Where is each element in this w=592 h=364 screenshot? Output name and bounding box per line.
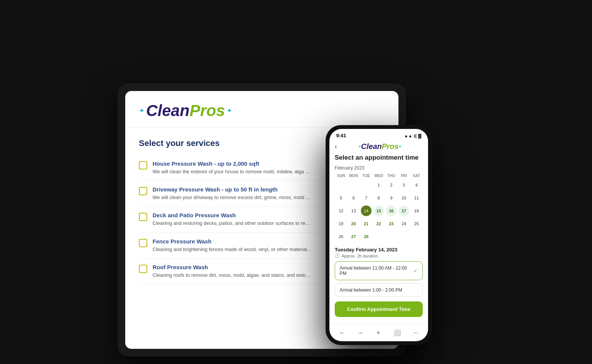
cal-header-fri: FRI xyxy=(398,173,410,179)
phone-brand-pros: Pros xyxy=(382,142,398,151)
more-nav-button[interactable]: ··· xyxy=(410,328,421,338)
sparkle-right-icon: ✦ xyxy=(227,107,232,115)
calendar-day xyxy=(360,179,372,191)
service-checkbox-1[interactable] xyxy=(139,161,147,169)
phone-brand-name: CleanPros xyxy=(361,142,399,151)
calendar-day[interactable]: 25 xyxy=(410,217,423,230)
calendar-day xyxy=(385,230,398,243)
calendar-day[interactable]: 3 xyxy=(398,179,410,191)
tablet-header: ✦ CleanPros ✦ xyxy=(125,91,398,128)
calendar-day xyxy=(398,230,410,243)
phone-body: Select an appointment time February 2023… xyxy=(329,154,428,324)
cal-header-wed: WED xyxy=(372,173,385,179)
calendar-day xyxy=(410,230,423,243)
calendar-day[interactable]: 23 xyxy=(385,217,398,230)
appt-duration: 🕐 Approx. 2h duration xyxy=(335,253,423,258)
calendar-day[interactable]: 14 xyxy=(360,204,372,217)
phone-brand-logo: ✦ CleanPros ✦ xyxy=(337,142,423,151)
phone-sparkle-left-icon: ✦ xyxy=(358,144,361,149)
calendar-day[interactable]: 11 xyxy=(410,191,423,204)
service-desc-3: Cleaning and restoring decks, patios, an… xyxy=(153,220,312,227)
tabs-nav-button[interactable]: ⬜ xyxy=(390,328,404,338)
calendar-day[interactable]: 13 xyxy=(347,204,360,217)
phone-screen: 9:41 ▲▲ (( ▓ ‹ ✦ CleanPros ✦ Select an a… xyxy=(329,129,428,341)
appt-section-title: Select an appointment time xyxy=(335,154,423,162)
sparkle-left-icon: ✦ xyxy=(139,107,145,115)
calendar-day[interactable]: 18 xyxy=(410,204,423,217)
calendar-day[interactable]: 2 xyxy=(385,179,398,191)
service-desc-2: We will clean your driveway to remove ex… xyxy=(153,194,312,201)
calendar-day[interactable]: 5 xyxy=(335,191,347,204)
calendar-month: February 2023 xyxy=(335,165,423,171)
calendar-day[interactable]: 12 xyxy=(335,204,347,217)
calendar-day[interactable]: 16 xyxy=(385,204,398,217)
cal-header-thu: THU xyxy=(385,173,398,179)
wifi-icon: (( xyxy=(414,133,417,138)
calendar-day[interactable]: 17 xyxy=(398,204,410,217)
signal-icon: ▲▲ xyxy=(404,133,413,138)
calendar-day[interactable]: 26 xyxy=(335,230,347,243)
time-slot-2[interactable]: Arrival between 1:00 - 2:00 PM xyxy=(335,283,423,297)
calendar-day[interactable]: 22 xyxy=(372,217,385,230)
phone-brand-clean: Clean xyxy=(361,142,382,151)
calendar-day[interactable]: 7 xyxy=(360,191,372,204)
phone-nav: ‹ ✦ CleanPros ✦ xyxy=(329,140,428,154)
cal-header-sun: SUN xyxy=(335,173,347,179)
calendar-grid: SUN MON TUE WED THU FRI SAT 123456789101… xyxy=(335,173,423,243)
phone-sparkle-right-icon: ✦ xyxy=(398,144,401,149)
status-bar: 9:41 ▲▲ (( ▓ xyxy=(329,129,428,140)
service-checkbox-5[interactable] xyxy=(139,265,147,273)
duration-text: Approx. 2h duration xyxy=(342,254,378,258)
cal-header-sat: SAT xyxy=(410,173,423,179)
calendar-day[interactable]: 1 xyxy=(372,179,385,191)
time-slot-1-label: Arrival between 11:00 AM - 12:00 PM xyxy=(340,265,413,276)
time-slot-1[interactable]: Arrival between 11:00 AM - 12:00 PM ✓ xyxy=(335,261,423,280)
calendar-day[interactable]: 9 xyxy=(385,191,398,204)
calendar-day[interactable]: 10 xyxy=(398,191,410,204)
service-checkbox-4[interactable] xyxy=(139,239,147,247)
service-checkbox-2[interactable] xyxy=(139,187,147,195)
time-slot-2-label: Arrival between 1:00 - 2:00 PM xyxy=(340,287,402,293)
calendar-day[interactable]: 19 xyxy=(335,217,347,230)
back-nav-button[interactable]: ← xyxy=(336,328,348,338)
cal-header-mon: MON xyxy=(347,173,360,179)
calendar-day[interactable]: 28 xyxy=(360,230,372,243)
calendar-day[interactable]: 4 xyxy=(410,179,423,191)
cal-header-tue: TUE xyxy=(360,173,372,179)
forward-nav-button[interactable]: → xyxy=(354,328,367,338)
status-icons: ▲▲ (( ▓ xyxy=(404,133,421,138)
battery-icon: ▓ xyxy=(418,133,421,138)
appt-date-info: Tuesday February 14, 2023 🕐 Approx. 2h d… xyxy=(335,247,423,258)
calendar-day[interactable]: 20 xyxy=(347,217,360,230)
service-checkbox-3[interactable] xyxy=(139,213,147,221)
brand-clean: Clean xyxy=(146,102,189,119)
calendar-day xyxy=(335,179,347,191)
calendar-day[interactable]: 8 xyxy=(372,191,385,204)
brand-logo: ✦ CleanPros ✦ xyxy=(139,102,385,120)
appt-date-label: Tuesday February 14, 2023 xyxy=(335,247,423,253)
status-time: 9:41 xyxy=(336,133,346,138)
service-desc-4: Cleaning and brightening fences made of … xyxy=(153,246,312,253)
phone-bottom-nav: ← → ＋ ⬜ ··· xyxy=(329,324,428,341)
service-desc-5: Cleaning roofs to remove dirt, moss, mol… xyxy=(153,272,312,279)
checkmark-icon: ✓ xyxy=(413,268,418,274)
calendar-day[interactable]: 6 xyxy=(347,191,360,204)
add-nav-button[interactable]: ＋ xyxy=(372,327,384,338)
brand-name: CleanPros xyxy=(146,102,225,120)
calendar-day[interactable]: 27 xyxy=(347,230,360,243)
service-desc-1: We will clean the exterior of your house… xyxy=(153,168,312,175)
brand-pros: Pros xyxy=(189,102,225,119)
clock-icon: 🕐 xyxy=(335,253,340,258)
calendar-day[interactable]: 21 xyxy=(360,217,372,230)
calendar-day[interactable]: 15 xyxy=(372,204,385,217)
calendar-day xyxy=(347,179,360,191)
calendar-day[interactable]: 24 xyxy=(398,217,410,230)
calendar-day xyxy=(372,230,385,243)
phone-device: 9:41 ▲▲ (( ▓ ‹ ✦ CleanPros ✦ Select an a… xyxy=(326,125,432,345)
confirm-appointment-button[interactable]: Confirm Appointment Time xyxy=(335,301,423,317)
